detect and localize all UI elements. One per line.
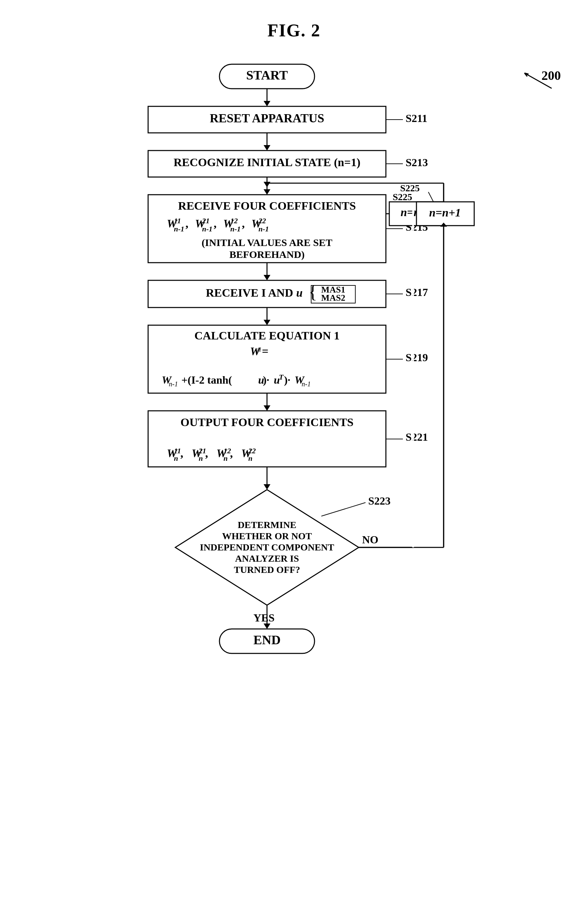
svg-text:)·: )· [263, 374, 269, 386]
svg-text:,: , [186, 217, 189, 230]
svg-marker-92 [263, 484, 270, 490]
svg-text:YES: YES [254, 611, 275, 624]
svg-marker-117 [263, 182, 270, 187]
svg-text:RECEIVE I AND: RECEIVE I AND [206, 286, 293, 299]
svg-text:n-1: n-1 [230, 225, 241, 233]
svg-text:n: n [257, 345, 261, 353]
svg-text:n: n [223, 454, 228, 462]
svg-text:INDEPENDENT COMPONENT: INDEPENDENT COMPONENT [200, 542, 334, 553]
flowchart-diagram: START RESET APPARATUS S211 RECOGNIZE INI… [107, 54, 481, 886]
svg-text:{: { [309, 282, 317, 302]
svg-text:OUTPUT FOUR COEFFICIENTS: OUTPUT FOUR COEFFICIENTS [180, 416, 353, 429]
svg-text:S211: S211 [405, 112, 427, 125]
svg-text:NO: NO [362, 534, 378, 546]
svg-text:u: u [296, 286, 303, 299]
svg-text:n-1: n-1 [174, 225, 184, 233]
svg-text:DETERMINE: DETERMINE [237, 519, 296, 530]
svg-text:S221: S221 [405, 431, 428, 443]
svg-text:12: 12 [230, 217, 238, 225]
svg-marker-71 [263, 405, 270, 411]
svg-text:n-1: n-1 [169, 380, 178, 388]
svg-text:CALCULATE EQUATION 1: CALCULATE EQUATION 1 [194, 329, 340, 342]
svg-text:RECEIVE FOUR COEFFICIENTS: RECEIVE FOUR COEFFICIENTS [178, 199, 355, 212]
svg-text:,: , [180, 447, 183, 459]
svg-marker-6 [263, 101, 270, 106]
svg-text:S223: S223 [368, 495, 391, 507]
svg-text:T: T [279, 373, 284, 381]
ref-number: 200 [541, 68, 561, 83]
svg-text:n-1: n-1 [302, 380, 311, 388]
svg-text:11: 11 [174, 217, 181, 225]
svg-text:S219: S219 [405, 351, 428, 364]
svg-text:+(I-2 tanh(: +(I-2 tanh( [181, 374, 232, 386]
svg-text:BEFOREHAND): BEFOREHAND) [229, 249, 305, 260]
svg-text:n-1: n-1 [258, 225, 269, 233]
svg-text:RECOGNIZE INITIAL STATE (n=1): RECOGNIZE INITIAL STATE (n=1) [174, 156, 360, 169]
svg-text:,: , [205, 447, 208, 459]
svg-text:S217: S217 [405, 286, 428, 298]
svg-text:MAS2: MAS2 [321, 293, 345, 303]
svg-text:n: n [199, 454, 203, 462]
svg-marker-18 [263, 189, 270, 195]
svg-marker-102 [263, 624, 270, 629]
svg-text:22: 22 [258, 217, 266, 225]
svg-text:RESET APPARATUS: RESET APPARATUS [210, 112, 324, 125]
svg-line-94 [321, 503, 365, 516]
svg-text:=: = [262, 345, 268, 357]
svg-text:(INITIAL VALUES ARE SET: (INITIAL VALUES ARE SET [202, 237, 332, 248]
svg-line-0 [525, 73, 552, 88]
svg-text:START: START [246, 68, 288, 82]
svg-text:,: , [242, 217, 245, 230]
svg-marker-52 [263, 320, 270, 325]
figure-title: FIG. 2 [0, 0, 588, 40]
page: FIG. 2 200 START RESET APPARATUS S211 RE… [0, 0, 588, 912]
svg-text:)·: )· [284, 374, 291, 386]
svg-text:21: 21 [202, 217, 210, 225]
svg-text:n=n+1: n=n+1 [429, 206, 461, 219]
svg-text:ANALYZER IS: ANALYZER IS [235, 553, 299, 564]
svg-line-120 [428, 192, 433, 202]
svg-text:S213: S213 [405, 156, 428, 168]
svg-text:END: END [253, 633, 280, 647]
svg-text:S225: S225 [400, 183, 420, 193]
svg-text:n-1: n-1 [202, 225, 213, 233]
svg-marker-12 [263, 145, 270, 150]
svg-text:WHETHER OR NOT: WHETHER OR NOT [222, 531, 312, 541]
svg-text:n: n [174, 454, 178, 462]
svg-marker-41 [263, 275, 270, 280]
svg-text:TURNED OFF?: TURNED OFF? [234, 564, 300, 575]
svg-text:n: n [248, 454, 252, 462]
svg-text:,: , [214, 217, 217, 230]
svg-text:,: , [230, 447, 233, 459]
